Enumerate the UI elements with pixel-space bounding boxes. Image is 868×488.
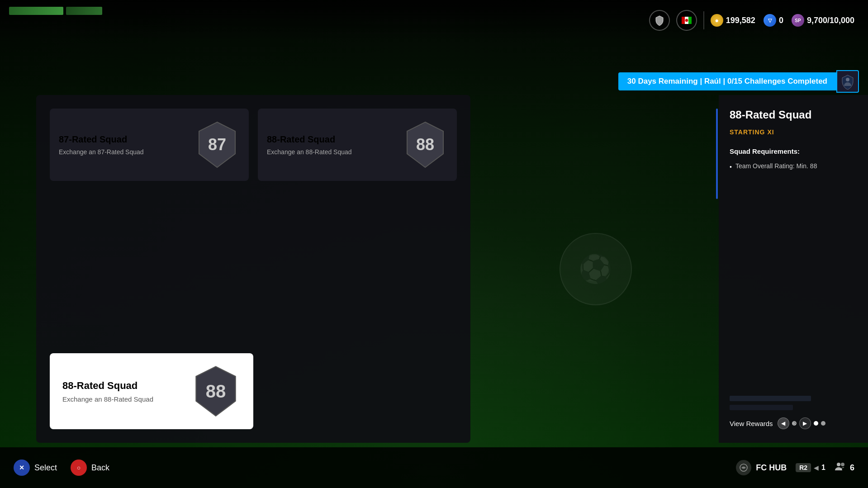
main-panel: 87-Rated Squad Exchange an 87-Rated Squa… bbox=[36, 95, 470, 443]
select-btn[interactable]: ✕ Select bbox=[14, 460, 57, 476]
points-value: 0 bbox=[779, 16, 783, 25]
coin-icon: ● bbox=[711, 14, 723, 27]
x-button-icon: ✕ bbox=[14, 460, 30, 476]
coins-value: 199,582 bbox=[726, 16, 755, 25]
top-bar: ● 199,582 ▽ 0 SP 9,700/10,000 bbox=[0, 0, 868, 41]
sp-icon: SP bbox=[792, 14, 804, 27]
nav-dot-1 bbox=[814, 421, 818, 426]
svg-point-3 bbox=[685, 19, 688, 22]
r2-btn[interactable]: R2 ◀ 1 bbox=[796, 463, 825, 472]
cards-grid: 87-Rated Squad Exchange an 87-Rated Squa… bbox=[50, 109, 457, 181]
view-rewards-text: View Rewards bbox=[730, 420, 773, 427]
selected-squad-card[interactable]: 88-Rated Squad Exchange an 88-Rated Squa… bbox=[50, 353, 253, 429]
currency-divider bbox=[703, 11, 704, 29]
green-bar-1 bbox=[9, 7, 63, 15]
detail-panel-subtitle: STARTING XI bbox=[730, 128, 857, 136]
squad-card-88-top-title: 88-Rated Squad bbox=[267, 134, 352, 145]
selected-squad-info: 88-Rated Squad Exchange an 88-Rated Squa… bbox=[62, 380, 153, 403]
selected-squad-subtitle: Exchange an 88-Rated Squad bbox=[62, 395, 153, 403]
rating-number-selected: 88 bbox=[206, 381, 226, 402]
back-label: Back bbox=[91, 463, 109, 473]
flag-icon-btn[interactable] bbox=[676, 10, 697, 31]
rating-number-87: 87 bbox=[208, 135, 226, 154]
svg-rect-0 bbox=[682, 17, 685, 24]
nav-dot-2 bbox=[821, 421, 825, 426]
reward-nav-left[interactable]: ◀ bbox=[778, 417, 789, 429]
squad-card-88-top[interactable]: 88-Rated Squad Exchange an 88-Rated Squa… bbox=[258, 109, 457, 181]
fc-hub-label: FC HUB bbox=[756, 463, 787, 473]
detail-extra-info bbox=[730, 396, 857, 410]
scrollbar-thumb bbox=[716, 109, 718, 199]
challenge-avatar bbox=[836, 70, 859, 93]
currency-group: ● 199,582 ▽ 0 SP 9,700/10,000 bbox=[711, 14, 854, 27]
users-count-value: 6 bbox=[850, 463, 854, 473]
watermark-area: ⚽ bbox=[475, 95, 716, 443]
svg-rect-2 bbox=[688, 17, 692, 24]
back-btn[interactable]: ○ Back bbox=[71, 460, 109, 476]
shield-icon-btn[interactable] bbox=[649, 10, 670, 31]
users-count: 6 bbox=[835, 461, 854, 474]
bottom-right: FC HUB R2 ◀ 1 6 bbox=[736, 460, 854, 475]
watermark-circle: ⚽ bbox=[560, 233, 632, 305]
detail-req-item-0: • Team Overall Rating: Min. 88 bbox=[730, 162, 857, 171]
top-bar-right: ● 199,582 ▽ 0 SP 9,700/10,000 bbox=[649, 10, 854, 31]
panel-scrollbar bbox=[715, 95, 719, 443]
r2-count: 1 bbox=[821, 464, 825, 472]
green-bar-2 bbox=[66, 7, 102, 15]
reward-nav: ◀ R ▶ bbox=[778, 417, 825, 429]
squad-card-87-subtitle: Exchange an 87-Rated Squad bbox=[59, 148, 144, 156]
o-button-icon: ○ bbox=[71, 460, 87, 476]
svg-point-7 bbox=[841, 463, 844, 466]
coins-currency: ● 199,582 bbox=[711, 14, 755, 27]
fc-hub[interactable]: FC HUB bbox=[736, 460, 787, 475]
sp-value: 9,700/10,000 bbox=[807, 16, 854, 25]
req-bullet: • bbox=[730, 163, 732, 171]
r2-label: R2 bbox=[796, 463, 811, 472]
rating-badge-87: 87 bbox=[194, 120, 240, 170]
detail-section-title: Squad Requirements: bbox=[730, 147, 857, 155]
select-label: Select bbox=[34, 463, 57, 473]
top-bar-left bbox=[9, 7, 102, 15]
detail-panel: 88-Rated Squad STARTING XI Squad Require… bbox=[719, 95, 868, 443]
r-label: R bbox=[792, 421, 797, 426]
challenge-banner: 30 Days Remaining | Raúl | 0/15 Challeng… bbox=[618, 70, 859, 93]
bottom-bar: ✕ Select ○ Back FC HUB R2 ◀ 1 bbox=[0, 447, 868, 488]
squad-card-87[interactable]: 87-Rated Squad Exchange an 87-Rated Squa… bbox=[50, 109, 249, 181]
v-icon: ▽ bbox=[764, 14, 776, 27]
req-text-0: Team Overall Rating: Min. 88 bbox=[735, 162, 817, 170]
squad-card-87-info: 87-Rated Squad Exchange an 87-Rated Squa… bbox=[59, 134, 144, 156]
selected-card-row: 88-Rated Squad Exchange an 88-Rated Squa… bbox=[50, 353, 457, 429]
selected-squad-title: 88-Rated Squad bbox=[62, 380, 153, 392]
rating-number-88-top: 88 bbox=[416, 135, 434, 154]
view-rewards[interactable]: View Rewards ◀ R ▶ bbox=[730, 417, 857, 429]
fc-hub-icon bbox=[736, 460, 751, 475]
squad-card-88-top-info: 88-Rated Squad Exchange an 88-Rated Squa… bbox=[267, 134, 352, 156]
rating-badge-selected: 88 bbox=[191, 364, 241, 418]
squad-card-88-top-subtitle: Exchange an 88-Rated Squad bbox=[267, 148, 352, 156]
users-icon bbox=[835, 461, 846, 474]
detail-panel-title: 88-Rated Squad bbox=[730, 109, 857, 121]
detail-spacer bbox=[730, 178, 857, 389]
sp-currency: SP 9,700/10,000 bbox=[792, 14, 854, 27]
squad-card-87-title: 87-Rated Squad bbox=[59, 134, 144, 145]
r2-nav-left: ◀ bbox=[814, 464, 819, 471]
challenge-text: 30 Days Remaining | Raúl | 0/15 Challeng… bbox=[618, 72, 836, 90]
bottom-controls: ✕ Select ○ Back bbox=[14, 460, 109, 476]
reward-nav-right[interactable]: ▶ bbox=[799, 417, 811, 429]
svg-point-4 bbox=[846, 78, 849, 81]
points-currency: ▽ 0 bbox=[764, 14, 783, 27]
svg-point-6 bbox=[837, 463, 840, 466]
rating-badge-88-top: 88 bbox=[403, 120, 448, 170]
